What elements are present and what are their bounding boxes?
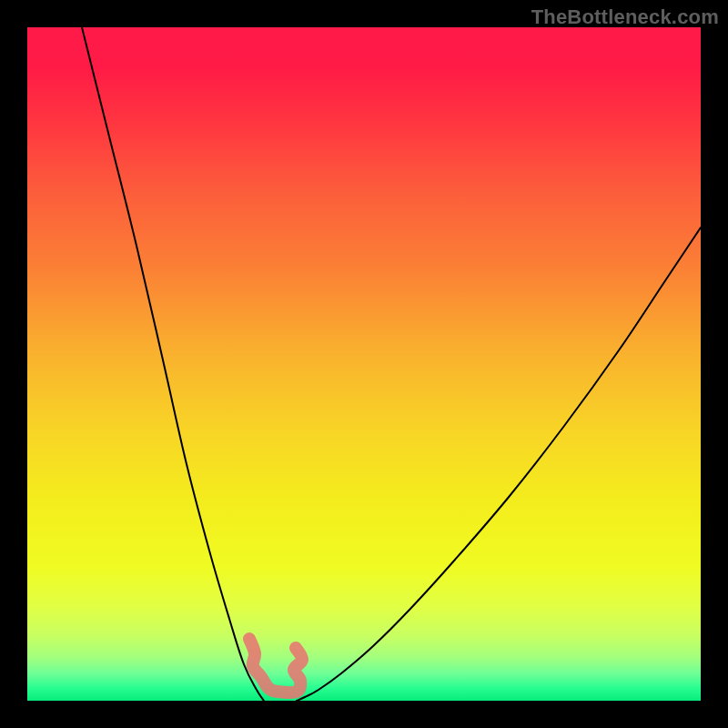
watermark-text: TheBottleneck.com <box>531 5 719 29</box>
background-gradient <box>27 27 701 701</box>
chart-frame: TheBottleneck.com <box>0 0 728 728</box>
plot-area <box>27 27 701 701</box>
chart-svg <box>27 27 701 701</box>
